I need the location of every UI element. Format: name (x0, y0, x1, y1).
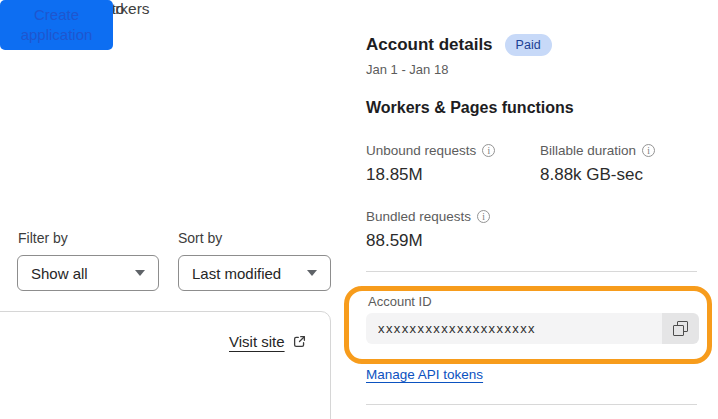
stat-label-text: Unbound requests (366, 143, 476, 158)
sort-dropdown[interactable]: Last modified (178, 255, 331, 291)
stat-value: 8.88k GB-sec (540, 165, 655, 185)
stat-billable-duration: Billable duration 8.88k GB-sec (540, 143, 655, 185)
sort-dropdown-value: Last modified (192, 265, 281, 282)
sort-by-label: Sort by (178, 230, 222, 246)
stat-label-text: Billable duration (540, 143, 636, 158)
project-card (0, 311, 331, 419)
copy-account-id-button[interactable] (662, 313, 699, 344)
stat-bundled-requests: Bundled requests 88.59M (366, 209, 490, 251)
account-details-title: Account details (366, 35, 493, 55)
account-id-input[interactable] (366, 313, 662, 344)
chevron-down-icon (307, 270, 317, 276)
stat-label-text: Bundled requests (366, 209, 471, 224)
intro-text-suffix: to (111, 0, 124, 18)
account-id-field-group (366, 313, 699, 344)
account-details-header: Account details Paid (366, 34, 552, 56)
visit-site-row: Visit site (229, 333, 306, 350)
filter-dropdown[interactable]: Show all (17, 255, 159, 291)
info-icon[interactable] (477, 210, 490, 223)
create-application-button[interactable]: Create application (0, 0, 113, 50)
copy-icon (673, 321, 688, 336)
filter-dropdown-value: Show all (31, 265, 88, 282)
visit-site-link[interactable]: Visit site (229, 333, 285, 350)
stat-label: Billable duration (540, 143, 655, 158)
functions-section-title: Workers & Pages functions (366, 99, 574, 117)
divider (366, 271, 697, 272)
plan-badge: Paid (505, 34, 552, 56)
filter-by-label: Filter by (18, 230, 68, 246)
info-icon[interactable] (642, 144, 655, 157)
divider (366, 404, 697, 405)
stat-value: 18.85M (366, 165, 495, 185)
stat-unbound-requests: Unbound requests 18.85M (366, 143, 495, 185)
stat-label: Bundled requests (366, 209, 490, 224)
date-range: Jan 1 - Jan 18 (366, 62, 448, 77)
chevron-down-icon (135, 270, 145, 276)
stat-value: 88.59M (366, 231, 490, 251)
workers-pages-dashboard: lications with Workers cumentation to Cr… (0, 0, 718, 419)
info-icon[interactable] (482, 144, 495, 157)
external-link-icon (293, 335, 306, 348)
stat-label: Unbound requests (366, 143, 495, 158)
manage-api-tokens-link[interactable]: Manage API tokens (366, 367, 483, 382)
account-id-label: Account ID (368, 294, 432, 309)
